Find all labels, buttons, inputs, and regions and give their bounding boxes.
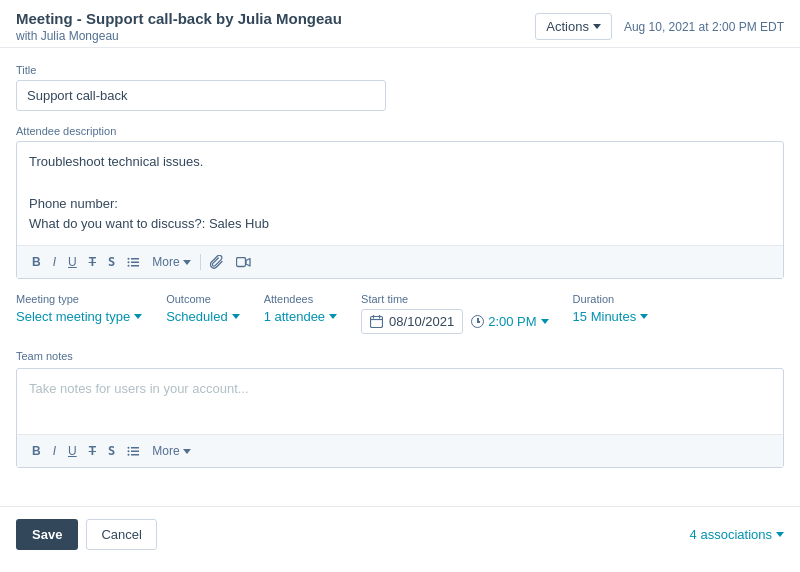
video-icon [236, 257, 251, 268]
attendee-line4: What do you want to discuss?: Sales Hub [29, 216, 269, 231]
time-chevron-icon [541, 319, 549, 324]
time-dropdown[interactable]: 2:00 PM [471, 314, 548, 329]
time-value: 2:00 PM [488, 314, 536, 329]
start-time-field: Start time 08/10/2021 2:00 PM [361, 293, 549, 334]
header-left: Meeting - Support call-back by Julia Mon… [16, 10, 342, 43]
bold-button[interactable]: B [27, 252, 46, 272]
duration-field: Duration 15 Minutes [573, 293, 649, 324]
actions-label: Actions [546, 19, 589, 34]
header-subtitle: with Julia Mongeau [16, 29, 342, 43]
actions-button[interactable]: Actions [535, 13, 612, 40]
tn-list-icon [127, 445, 140, 458]
tn-underline-button[interactable]: U [63, 441, 82, 461]
team-notes-label: Team notes [16, 350, 784, 362]
footer-left: Save Cancel [16, 519, 157, 550]
meeting-fields-row: Meeting type Select meeting type Outcome… [16, 293, 784, 334]
date-picker[interactable]: 08/10/2021 [361, 309, 463, 334]
tn-more-chevron-icon [183, 449, 191, 454]
content: Title Attendee description Troubleshoot … [0, 48, 800, 498]
strikethrough-button[interactable]: T [84, 252, 101, 272]
timestamp: Aug 10, 2021 at 2:00 PM EDT [624, 20, 784, 34]
meeting-type-field: Meeting type Select meeting type [16, 293, 142, 324]
team-notes-placeholder: Take notes for users in your account... [29, 381, 249, 396]
duration-value: 15 Minutes [573, 309, 637, 324]
svg-rect-2 [131, 265, 139, 267]
team-notes-field-group: Team notes Take notes for users in your … [16, 350, 784, 468]
outcome-value: Scheduled [166, 309, 227, 324]
attendees-value: 1 attendee [264, 309, 325, 324]
svg-rect-1 [131, 261, 139, 263]
header: Meeting - Support call-back by Julia Mon… [0, 0, 800, 48]
svg-rect-6 [236, 257, 245, 266]
tn-list-button[interactable] [122, 442, 145, 461]
more-chevron-icon [183, 260, 191, 265]
modal-container: Meeting - Support call-back by Julia Mon… [0, 0, 800, 562]
svg-rect-11 [131, 447, 139, 449]
calendar-icon [370, 315, 383, 328]
title-field-group: Title [16, 64, 784, 111]
svg-rect-12 [131, 450, 139, 452]
attendee-toolbar: B I U T S [17, 245, 783, 278]
outcome-label: Outcome [166, 293, 239, 305]
video-button[interactable] [231, 254, 256, 271]
list-button[interactable] [122, 253, 145, 272]
meeting-type-chevron-icon [134, 314, 142, 319]
duration-dropdown[interactable]: 15 Minutes [573, 309, 649, 324]
attendees-dropdown[interactable]: 1 attendee [264, 309, 337, 324]
header-right: Actions Aug 10, 2021 at 2:00 PM EDT [535, 13, 784, 40]
list-icon [127, 256, 140, 269]
header-title: Meeting - Support call-back by Julia Mon… [16, 10, 342, 27]
associations-button[interactable]: 4 associations [690, 527, 784, 542]
start-time-label: Start time [361, 293, 549, 305]
attendees-label: Attendees [264, 293, 337, 305]
chevron-down-icon [593, 24, 601, 29]
tn-italic-button[interactable]: I [48, 441, 61, 461]
clock-icon [471, 315, 484, 328]
attendee-line3: Phone number: [29, 196, 118, 211]
svg-point-4 [128, 261, 130, 263]
meeting-type-dropdown[interactable]: Select meeting type [16, 309, 142, 324]
attachment-button[interactable] [205, 252, 229, 272]
svg-point-3 [128, 257, 130, 259]
outcome-chevron-icon [232, 314, 240, 319]
italic-button[interactable]: I [48, 252, 61, 272]
team-notes-toolbar: B I U T S [17, 434, 783, 467]
svg-rect-0 [131, 258, 139, 260]
cancel-button[interactable]: Cancel [86, 519, 156, 550]
attendee-field-group: Attendee description Troubleshoot techni… [16, 125, 784, 279]
outcome-dropdown[interactable]: Scheduled [166, 309, 239, 324]
more-button-team-notes[interactable]: More [147, 441, 195, 461]
footer: Save Cancel 4 associations [0, 506, 800, 562]
date-value: 08/10/2021 [389, 314, 454, 329]
outcome-field: Outcome Scheduled [166, 293, 239, 324]
title-prefix: Meeting - [16, 10, 86, 27]
svg-point-5 [128, 264, 130, 266]
code-button[interactable]: S [103, 252, 120, 272]
tn-bold-button[interactable]: B [27, 441, 46, 461]
attachment-icon [210, 255, 224, 269]
title-label: Title [16, 64, 784, 76]
toolbar-separator [200, 254, 201, 270]
attendees-chevron-icon [329, 314, 337, 319]
tn-code-button[interactable]: S [103, 441, 120, 461]
associations-chevron-icon [776, 532, 784, 537]
meeting-type-label: Meeting type [16, 293, 142, 305]
team-notes-content[interactable]: Take notes for users in your account... [17, 369, 783, 434]
svg-rect-13 [131, 454, 139, 456]
title-input[interactable] [16, 80, 386, 111]
underline-button[interactable]: U [63, 252, 82, 272]
tn-strikethrough-button[interactable]: T [84, 441, 101, 461]
svg-rect-7 [371, 317, 383, 328]
more-button-attendee[interactable]: More [147, 252, 195, 272]
duration-label: Duration [573, 293, 649, 305]
attendees-field: Attendees 1 attendee [264, 293, 337, 324]
meeting-type-value: Select meeting type [16, 309, 130, 324]
title-suffix: by Julia Mongeau [212, 10, 342, 27]
svg-point-16 [128, 453, 130, 455]
svg-point-14 [128, 446, 130, 448]
attendee-content[interactable]: Troubleshoot technical issues. Phone num… [17, 142, 783, 245]
attendee-label: Attendee description [16, 125, 784, 137]
associations-label: 4 associations [690, 527, 772, 542]
duration-chevron-icon [640, 314, 648, 319]
save-button[interactable]: Save [16, 519, 78, 550]
